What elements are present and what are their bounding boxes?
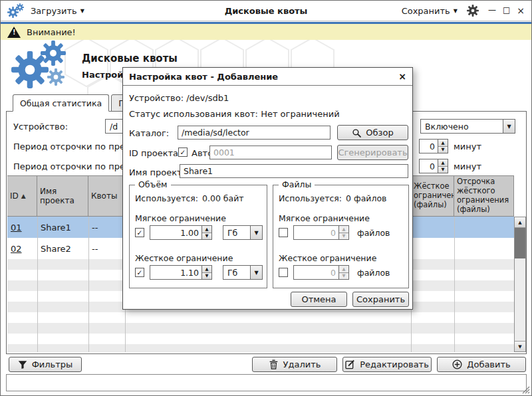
quota-status-value: Включено <box>421 122 503 132</box>
files-hard-unit: файлов <box>357 268 390 278</box>
spin-down-icon: ▼ <box>339 273 348 280</box>
grace-period-2-input[interactable] <box>420 159 438 173</box>
volume-groupbox: Объём Используется: 0.00 байт Мягкое огр… <box>129 185 267 288</box>
check-icon: ✓ <box>137 229 143 237</box>
maximize-button[interactable]: □ <box>503 6 510 15</box>
plus-icon <box>452 359 462 369</box>
minimize-button[interactable]: — <box>488 6 496 15</box>
save-menu-button[interactable]: Сохранить ▼ <box>402 6 458 16</box>
dialog-status-line: Статус использования квот: Нет ограничен… <box>129 109 340 119</box>
column-separator <box>454 217 455 352</box>
status-bar <box>6 374 527 391</box>
volume-hard-spinner[interactable]: ▲ ▼ <box>150 265 212 280</box>
row-id-link[interactable]: 01 <box>11 223 22 233</box>
volume-soft-label: Мягкое ограничение <box>135 213 226 223</box>
files-hard-checkbox[interactable] <box>279 268 288 277</box>
volume-legend: Объём <box>135 179 171 189</box>
scrollbar-thumb[interactable] <box>515 228 525 258</box>
spin-up-icon[interactable]: ▲ <box>202 266 211 273</box>
volume-soft-checkbox[interactable]: ✓ <box>135 228 144 237</box>
edit-button-label: Редактировать <box>360 359 429 369</box>
used-value: 0 файлов <box>346 193 386 203</box>
table-header-project-name[interactable]: Имя проекта <box>37 175 88 217</box>
add-button[interactable]: Добавить <box>437 357 526 372</box>
used-label: Используется: <box>135 193 198 203</box>
warning-banner: Внимание! <box>1 22 531 40</box>
row-id-link[interactable]: 02 <box>11 244 22 254</box>
edit-button[interactable]: Редактировать <box>342 357 432 372</box>
delete-button[interactable]: Удалить <box>252 357 337 372</box>
chevron-down-icon: ▼ <box>454 7 458 14</box>
chevron-down-icon[interactable]: ▼ <box>503 120 515 133</box>
quota-status-select[interactable]: Включено ▼ <box>420 119 515 134</box>
files-hard-label: Жесткое ограничение <box>279 253 376 263</box>
table-header-hard-limit-files[interactable]: Жёсткое ограничение (файлы) <box>411 175 454 217</box>
dialog-title: Настройка квот - Добавление <box>129 72 278 82</box>
cancel-button[interactable]: Отмена <box>291 292 347 307</box>
volume-hard-label: Жесткое ограничение <box>135 253 233 263</box>
sort-asc-icon: ▲ <box>21 193 26 200</box>
spin-down-icon[interactable]: ▼ <box>202 273 211 280</box>
spin-up-icon: ▲ <box>339 226 348 233</box>
chevron-down-icon[interactable]: ▼ <box>250 226 262 239</box>
close-button[interactable]: × <box>517 6 525 15</box>
project-id-input <box>209 146 332 159</box>
volume-hard-input[interactable] <box>150 266 201 279</box>
catalog-input[interactable] <box>178 126 331 140</box>
save-button-label: Сохранить <box>356 294 405 304</box>
add-button-label: Добавить <box>467 359 510 369</box>
spin-up-icon[interactable]: ▲ <box>438 159 448 167</box>
dialog-titlebar: Настройка квот - Добавление × <box>123 68 412 86</box>
page-title: Дисковые квоты <box>82 52 178 64</box>
window-controls: — □ × <box>488 6 525 15</box>
tab-general-statistics[interactable]: Общая статистика <box>13 94 109 112</box>
pencil-icon <box>345 359 355 369</box>
files-hard-spinner: ▲ ▼ <box>293 265 349 280</box>
vertical-scrollbar[interactable]: ▲ ▼ <box>514 217 526 352</box>
resize-grip[interactable] <box>522 386 530 394</box>
volume-soft-spinner[interactable]: ▲ ▼ <box>150 225 212 240</box>
app-logo-gears-icon <box>11 41 78 91</box>
project-name-input[interactable] <box>180 164 408 178</box>
delete-button-label: Удалить <box>283 359 321 369</box>
spin-up-icon[interactable]: ▲ <box>202 226 211 233</box>
cell-id: 01 <box>7 217 37 238</box>
cell-project-name: Share1 <box>37 217 88 238</box>
unit-value: Гб <box>223 268 250 278</box>
close-icon[interactable]: × <box>398 72 406 81</box>
browse-button[interactable]: Обзор <box>337 125 408 140</box>
spin-down-icon[interactable]: ▼ <box>438 147 448 153</box>
volume-soft-input[interactable] <box>150 226 201 239</box>
generate-button: Сгенерировать <box>337 145 408 160</box>
scroll-up-icon[interactable]: ▲ <box>515 217 525 228</box>
volume-hard-checkbox[interactable]: ✓ <box>135 268 144 277</box>
files-soft-checkbox[interactable] <box>279 228 288 237</box>
device-label: Устройство: <box>13 122 68 132</box>
grace-period-1-spinner[interactable]: ▲ ▼ <box>419 139 448 153</box>
grace-period-1-input[interactable] <box>420 140 438 153</box>
app-window: Загрузить ▼ Дисковые квоты Сохранить ▼ —… <box>0 0 532 396</box>
spin-down-icon[interactable]: ▼ <box>202 233 211 240</box>
catalog-label: Каталог: <box>129 128 169 138</box>
column-separator <box>88 217 89 352</box>
spin-down-icon[interactable]: ▼ <box>438 167 448 173</box>
table-header-quotas[interactable]: Квоты <box>88 175 125 217</box>
table-header-grace-hard-files[interactable]: Отсрочка жёсткого ограничения (файлы) <box>454 175 514 217</box>
spin-up-icon: ▲ <box>339 266 348 273</box>
auto-checkbox[interactable]: ✓ <box>178 148 188 157</box>
grace-period-1-unit: минут <box>454 142 481 151</box>
spin-up-icon[interactable]: ▲ <box>438 140 448 147</box>
filters-button[interactable]: Фильтры <box>9 357 82 372</box>
chevron-down-icon[interactable]: ▼ <box>250 266 262 279</box>
load-menu-button[interactable]: Загрузить ▼ <box>31 6 84 16</box>
scroll-down-icon[interactable]: ▼ <box>515 341 525 351</box>
table-header-id[interactable]: ID ▲ <box>7 175 37 217</box>
settings-gear-icon[interactable] <box>467 5 479 17</box>
save-button[interactable]: Сохранить <box>352 292 409 307</box>
check-icon: ✓ <box>137 269 143 276</box>
titlebar: Загрузить ▼ Дисковые квоты Сохранить ▼ —… <box>1 1 531 21</box>
volume-soft-unit-select[interactable]: Гб ▼ <box>223 225 263 240</box>
files-used: Используется: 0 файлов <box>279 193 386 203</box>
grace-period-2-spinner[interactable]: ▲ ▼ <box>419 159 448 173</box>
volume-hard-unit-select[interactable]: Гб ▼ <box>223 265 263 280</box>
